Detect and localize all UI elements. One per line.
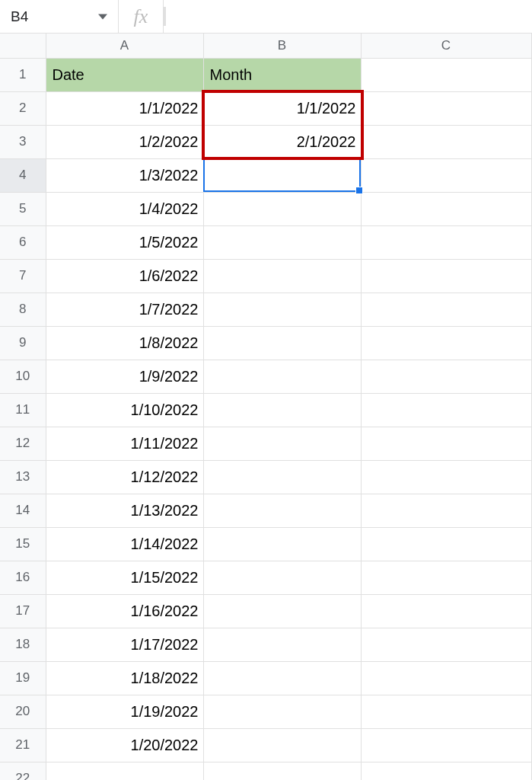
cell-A22[interactable] <box>46 762 203 780</box>
formula-input[interactable] <box>166 0 532 33</box>
cell-B22[interactable] <box>203 762 361 780</box>
row-header-11[interactable]: 11 <box>0 393 46 427</box>
column-header-C[interactable]: C <box>361 34 531 58</box>
cell-B3[interactable]: 2/1/2022 <box>203 125 361 158</box>
cell-C19[interactable] <box>361 661 531 695</box>
name-box[interactable]: B4 <box>0 0 118 33</box>
row-header-8[interactable]: 8 <box>0 292 46 326</box>
fx-icon: fx <box>118 0 164 33</box>
cell-B14[interactable] <box>203 494 361 527</box>
cell-A15[interactable]: 1/14/2022 <box>46 527 203 561</box>
cell-C9[interactable] <box>361 326 531 360</box>
cell-B7[interactable] <box>203 259 361 292</box>
cell-A17[interactable]: 1/16/2022 <box>46 594 203 628</box>
cell-C2[interactable] <box>361 91 531 125</box>
cell-A16[interactable]: 1/15/2022 <box>46 561 203 594</box>
cell-C15[interactable] <box>361 527 531 561</box>
cell-C4[interactable] <box>361 158 531 192</box>
cell-B13[interactable] <box>203 460 361 494</box>
cell-A6[interactable]: 1/5/2022 <box>46 225 203 259</box>
cell-B8[interactable] <box>203 292 361 326</box>
cell-A9[interactable]: 1/8/2022 <box>46 326 203 360</box>
cell-A14[interactable]: 1/13/2022 <box>46 494 203 527</box>
column-header-B[interactable]: B <box>203 34 361 58</box>
cell-A3[interactable]: 1/2/2022 <box>46 125 203 158</box>
cell-B12[interactable] <box>203 427 361 460</box>
cell-B4[interactable] <box>203 158 361 192</box>
cell-A13[interactable]: 1/12/2022 <box>46 460 203 494</box>
cell-B1[interactable]: Month <box>203 58 361 91</box>
cell-B18[interactable] <box>203 628 361 661</box>
cell-A18[interactable]: 1/17/2022 <box>46 628 203 661</box>
cell-A4[interactable]: 1/3/2022 <box>46 158 203 192</box>
cell-B2[interactable]: 1/1/2022 <box>203 91 361 125</box>
cell-C16[interactable] <box>361 561 531 594</box>
cell-A5[interactable]: 1/4/2022 <box>46 192 203 225</box>
cell-B20[interactable] <box>203 695 361 728</box>
row-header-22[interactable]: 22 <box>0 762 46 780</box>
cell-C13[interactable] <box>361 460 531 494</box>
row-header-15[interactable]: 15 <box>0 527 46 561</box>
row-header-3[interactable]: 3 <box>0 125 46 158</box>
row-header-5[interactable]: 5 <box>0 192 46 225</box>
row-header-6[interactable]: 6 <box>0 225 46 259</box>
cell-A11[interactable]: 1/10/2022 <box>46 393 203 427</box>
cell-A19[interactable]: 1/18/2022 <box>46 661 203 695</box>
cell-C21[interactable] <box>361 728 531 762</box>
row-header-10[interactable]: 10 <box>0 360 46 393</box>
cell-C7[interactable] <box>361 259 531 292</box>
row-header-17[interactable]: 17 <box>0 594 46 628</box>
cell-B5[interactable] <box>203 192 361 225</box>
cell-B21[interactable] <box>203 728 361 762</box>
formula-bar: B4 fx <box>0 0 532 34</box>
cell-A2[interactable]: 1/1/2022 <box>46 91 203 125</box>
cell-A21[interactable]: 1/20/2022 <box>46 728 203 762</box>
cell-C8[interactable] <box>361 292 531 326</box>
cell-B10[interactable] <box>203 360 361 393</box>
cell-B16[interactable] <box>203 561 361 594</box>
row-header-4[interactable]: 4 <box>0 158 46 192</box>
cell-C22[interactable] <box>361 762 531 780</box>
row-header-18[interactable]: 18 <box>0 628 46 661</box>
cell-C12[interactable] <box>361 427 531 460</box>
row-header-14[interactable]: 14 <box>0 494 46 527</box>
column-header-A[interactable]: A <box>46 34 203 58</box>
cell-C11[interactable] <box>361 393 531 427</box>
cell-C10[interactable] <box>361 360 531 393</box>
cell-A7[interactable]: 1/6/2022 <box>46 259 203 292</box>
cell-A12[interactable]: 1/11/2022 <box>46 427 203 460</box>
row-header-7[interactable]: 7 <box>0 259 46 292</box>
row-header-13[interactable]: 13 <box>0 460 46 494</box>
cell-B9[interactable] <box>203 326 361 360</box>
cell-B15[interactable] <box>203 527 361 561</box>
cell-B11[interactable] <box>203 393 361 427</box>
cell-A8[interactable]: 1/7/2022 <box>46 292 203 326</box>
cell-reference: B4 <box>11 8 28 25</box>
cell-C5[interactable] <box>361 192 531 225</box>
row-header-16[interactable]: 16 <box>0 561 46 594</box>
row-header-9[interactable]: 9 <box>0 326 46 360</box>
row-header-20[interactable]: 20 <box>0 695 46 728</box>
cell-A1[interactable]: Date <box>46 58 203 91</box>
cell-C6[interactable] <box>361 225 531 259</box>
dropdown-icon <box>98 8 107 25</box>
cell-C3[interactable] <box>361 125 531 158</box>
cell-B17[interactable] <box>203 594 361 628</box>
cell-C20[interactable] <box>361 695 531 728</box>
cell-C1[interactable] <box>361 58 531 91</box>
cell-A10[interactable]: 1/9/2022 <box>46 360 203 393</box>
row-header-12[interactable]: 12 <box>0 427 46 460</box>
cell-C14[interactable] <box>361 494 531 527</box>
cell-C18[interactable] <box>361 628 531 661</box>
select-all-corner[interactable] <box>0 34 46 58</box>
row-header-19[interactable]: 19 <box>0 661 46 695</box>
cell-B19[interactable] <box>203 661 361 695</box>
row-header-21[interactable]: 21 <box>0 728 46 762</box>
cell-C17[interactable] <box>361 594 531 628</box>
cell-B6[interactable] <box>203 225 361 259</box>
spreadsheet-grid: A B C 1 Date Month 2 1/1/2022 1/1/2022 3… <box>0 34 532 780</box>
row-header-2[interactable]: 2 <box>0 91 46 125</box>
cell-A20[interactable]: 1/19/2022 <box>46 695 203 728</box>
row-header-1[interactable]: 1 <box>0 58 46 91</box>
